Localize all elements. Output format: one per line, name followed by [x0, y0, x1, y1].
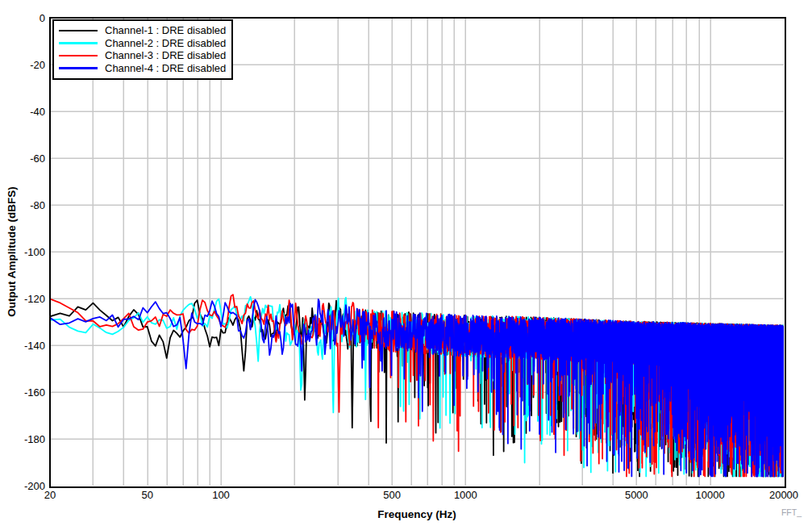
x-tick-label: 100	[212, 489, 230, 501]
x-tick-label: 1000	[454, 489, 477, 501]
y-tick-label: -140	[0, 340, 45, 352]
x-axis-title: Frequency (Hz)	[377, 508, 456, 520]
x-tick-label: 20	[44, 489, 56, 501]
legend-label: Channel-3 : DRE disabled	[105, 49, 226, 61]
y-tick-label: -200	[0, 480, 45, 492]
x-tick-label: 5000	[625, 489, 648, 501]
y-tick-label: -180	[0, 433, 45, 445]
legend-line-swatch	[59, 42, 98, 44]
y-tick-label: -40	[0, 106, 45, 118]
chart-canvas	[50, 18, 784, 486]
legend-entry: Channel-2 : DRE disabled	[59, 37, 226, 50]
y-tick-label: -80	[0, 199, 45, 211]
legend-label: Channel-4 : DRE disabled	[105, 62, 226, 74]
legend-entry: Channel-1 : DRE disabled	[59, 24, 226, 37]
y-tick-label: -60	[0, 152, 45, 165]
y-tick-label: -120	[0, 293, 45, 305]
legend-line-swatch	[59, 67, 98, 69]
x-tick-label: 50	[141, 489, 152, 501]
legend-entry: Channel-3 : DRE disabled	[59, 49, 226, 62]
legend: Channel-1 : DRE disabledChannel-2 : DRE …	[52, 19, 233, 80]
legend-label: Channel-2 : DRE disabled	[105, 37, 226, 49]
watermark: FFT_	[781, 507, 802, 517]
y-tick-label: -20	[0, 59, 45, 71]
x-tick-label: 10000	[696, 489, 725, 501]
legend-label: Channel-1 : DRE disabled	[105, 24, 226, 36]
legend-line-swatch	[59, 55, 98, 57]
y-tick-label: -100	[0, 246, 45, 258]
y-tick-label: -160	[0, 386, 45, 399]
x-tick-label: 500	[383, 489, 401, 501]
legend-line-swatch	[59, 30, 98, 32]
y-tick-label: 0	[0, 12, 45, 24]
legend-entry: Channel-4 : DRE disabled	[59, 62, 226, 75]
fft-noise-chart: Output Amplitude (dBFS) 0-20-40-60-80-10…	[0, 0, 812, 526]
x-tick-label: 20000	[769, 489, 798, 501]
